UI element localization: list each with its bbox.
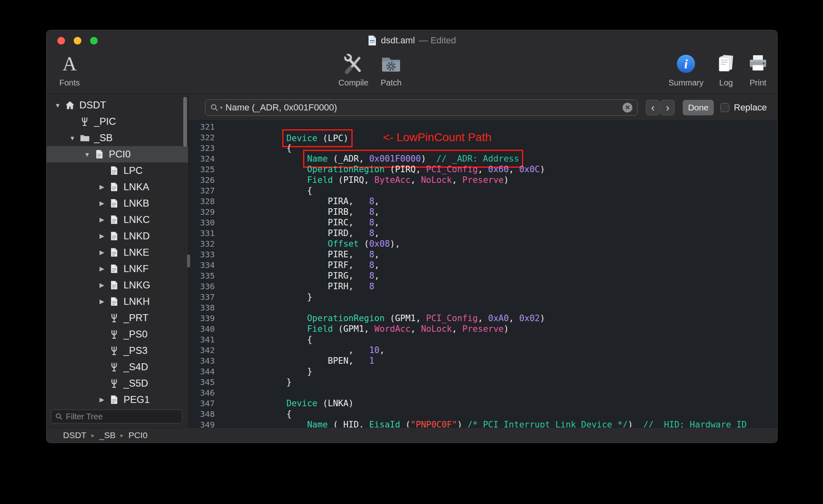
sidebar-item-peg1[interactable]: ▶PEG1: [47, 392, 188, 408]
find-input[interactable]: [225, 102, 620, 113]
zoom-window-button[interactable]: [90, 37, 98, 45]
breadcrumb-item-sb[interactable]: _SB: [99, 430, 116, 440]
done-button[interactable]: Done: [683, 100, 714, 115]
line-number: 346: [192, 387, 215, 398]
line-number: 321: [192, 122, 215, 132]
doc-icon: [108, 296, 120, 307]
sidebar-item-label: PEG1: [124, 394, 150, 405]
sidebar-item-lnka[interactable]: ▶LNKA: [47, 179, 188, 195]
search-menu-chevron-icon[interactable]: ▾: [220, 105, 223, 110]
disclosure-closed-icon[interactable]: ▶: [96, 281, 108, 289]
code-editor[interactable]: 321322 Device (LPC)<- LowPinCount Path32…: [189, 121, 777, 428]
sidebar-scrollbar[interactable]: [183, 97, 187, 147]
sidebar-item-label: LNKD: [124, 230, 150, 242]
sidebar-item-dsdt[interactable]: ▼DSDT: [47, 97, 188, 113]
sidebar-item-ps3[interactable]: _PS3: [47, 342, 188, 359]
code-line: 336 PIRH, 8: [192, 281, 777, 292]
sidebar-item-s4d[interactable]: _S4D: [47, 359, 188, 375]
code-line: 338: [192, 302, 777, 313]
disclosure-closed-icon[interactable]: ▶: [96, 200, 108, 207]
code-text: OperationRegion (GPM1, PCI_Config, 0xA0,…: [245, 313, 545, 324]
line-number: 332: [192, 239, 215, 249]
clear-search-button[interactable]: ✕: [623, 103, 632, 112]
code-text: Field (PIRQ, ByteAcc, NoLock, Preserve): [245, 175, 509, 185]
code-text: {: [245, 185, 312, 196]
sidebar-item-label: LNKE: [124, 247, 149, 258]
doc-icon: [93, 149, 106, 160]
line-number: 322: [192, 132, 215, 143]
find-bar: ▾ ✕ ‹ › Done Replace: [189, 94, 777, 121]
sidebar-item-lnkh[interactable]: ▶LNKH: [47, 293, 188, 310]
disclosure-closed-icon[interactable]: ▶: [96, 216, 108, 223]
sidebar-item-lnkb[interactable]: ▶LNKB: [47, 195, 188, 212]
disclosure-closed-icon[interactable]: ▶: [96, 232, 108, 240]
next-result-button[interactable]: ›: [661, 100, 675, 115]
code-line: 333 PIRE, 8,: [192, 249, 777, 260]
line-number: 326: [192, 175, 215, 185]
code-text: Name (_ADR, 0x001F0000) // _ADR: Address: [245, 153, 519, 164]
disclosure-open-icon[interactable]: ▼: [66, 135, 79, 142]
sidebar-item-ps0[interactable]: _PS0: [47, 326, 188, 342]
disclosure-closed-icon[interactable]: ▶: [96, 249, 108, 256]
disclosure-open-icon[interactable]: ▼: [52, 102, 64, 109]
log-button[interactable]: Log: [712, 52, 740, 88]
line-number: 324: [192, 153, 215, 164]
sidebar-item-lnkg[interactable]: ▶LNKG: [47, 277, 188, 293]
code-text: Device (LPC)<- LowPinCount Path: [245, 132, 491, 143]
code-line: 323 {: [192, 143, 777, 153]
window-title: dsdt.aml — Edited: [368, 35, 456, 46]
breadcrumb-separator-icon: ▸: [120, 432, 124, 439]
sidebar-item-label: LNKB: [124, 198, 149, 209]
code-line: 349 Name (_HID, EisaId ("PNP0C0F") /* PC…: [192, 419, 777, 428]
line-number: 345: [192, 377, 215, 387]
code-line: 340 Field (GPM1, WordAcc, NoLock, Preser…: [192, 324, 777, 334]
sidebar-item-s5d[interactable]: _S5D: [47, 375, 188, 392]
disclosure-closed-icon[interactable]: ▶: [96, 183, 108, 191]
disclosure-open-icon[interactable]: ▼: [81, 151, 93, 158]
code-line: 328 PIRA, 8,: [192, 196, 777, 207]
sidebar-item-lnke[interactable]: ▶LNKE: [47, 244, 188, 261]
code-text: }: [245, 366, 312, 377]
line-number: 334: [192, 260, 215, 270]
scope-icon: [108, 362, 120, 373]
fonts-button[interactable]: A Fonts: [49, 52, 90, 88]
disclosure-closed-icon[interactable]: ▶: [96, 265, 108, 272]
doc-icon: [108, 214, 120, 225]
summary-button[interactable]: i Summary: [663, 52, 708, 88]
sidebar-item-label: LPC: [124, 165, 143, 176]
sidebar-item-lpc[interactable]: LPC: [47, 162, 188, 179]
breadcrumb-item-pci0[interactable]: PCI0: [128, 430, 148, 440]
breadcrumb-item-dsdt[interactable]: DSDT: [63, 430, 86, 440]
sidebar-item-pic[interactable]: _PIC: [47, 113, 188, 130]
folder-icon: [79, 133, 91, 144]
minimize-window-button[interactable]: [74, 37, 81, 45]
find-field[interactable]: ▾ ✕: [205, 99, 638, 116]
previous-result-button[interactable]: ‹: [646, 100, 660, 115]
sidebar-item-label: LNKC: [124, 214, 150, 225]
print-button[interactable]: Print: [744, 52, 772, 88]
code-text: Field (GPM1, WordAcc, NoLock, Preserve): [245, 324, 509, 334]
code-line: 322 Device (LPC)<- LowPinCount Path: [192, 132, 777, 143]
code-text: Name (_HID, EisaId ("PNP0C0F") /* PCI In…: [245, 419, 747, 428]
filter-tree-input[interactable]: [66, 412, 178, 421]
splitter-handle[interactable]: [187, 254, 190, 268]
filter-field[interactable]: [51, 410, 182, 423]
sidebar-item-prt[interactable]: _PRT: [47, 310, 188, 326]
compile-button[interactable]: Compile: [335, 52, 372, 88]
doc-icon: [108, 394, 120, 405]
close-window-button[interactable]: [57, 37, 65, 45]
sidebar-item-lnkf[interactable]: ▶LNKF: [47, 261, 188, 277]
replace-checkbox[interactable]: [720, 103, 729, 112]
status-bar: DSDT▸_SB▸PCI0: [47, 428, 777, 443]
disclosure-closed-icon[interactable]: ▶: [96, 396, 108, 403]
sidebar-item-pci0[interactable]: ▼PCI0: [47, 146, 188, 162]
patch-button[interactable]: Patch: [373, 52, 409, 88]
sidebar-item-lnkd[interactable]: ▶LNKD: [47, 228, 188, 244]
sidebar-item-lnkc[interactable]: ▶LNKC: [47, 212, 188, 228]
code-text: , 10,: [245, 345, 385, 356]
sidebar-item-sb[interactable]: ▼_SB: [47, 130, 188, 146]
scope-icon: [79, 116, 91, 127]
fonts-icon: A: [63, 52, 77, 76]
disclosure-closed-icon[interactable]: ▶: [96, 298, 108, 305]
sidebar-item-label: _SB: [94, 132, 112, 144]
